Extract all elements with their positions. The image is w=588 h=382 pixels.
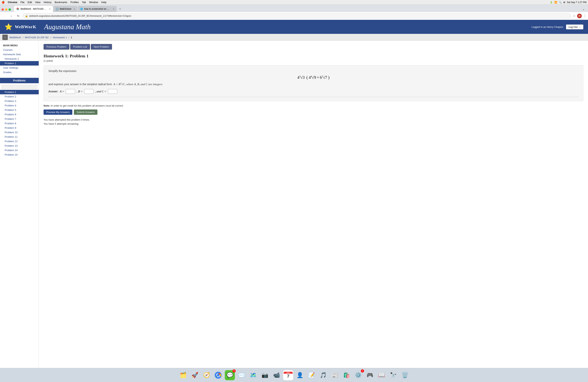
dock-steam[interactable]: 🎮 <box>365 370 375 380</box>
sidebar-problem-13[interactable]: Problem 13 <box>0 144 39 148</box>
dock-news[interactable]: 📰 <box>330 370 340 380</box>
dock-finder[interactable]: 🗂️ <box>178 370 188 380</box>
forward-button[interactable]: › <box>9 13 14 19</box>
refresh-button[interactable]: ↻ <box>16 13 21 19</box>
breadcrumb-bar: ‹ WeBWorK / MATH160 24-25F BC / Homework… <box>0 34 588 41</box>
sidebar-problem-3[interactable]: Problem 3 <box>0 99 39 103</box>
dock-launchpad[interactable]: 🚀 <box>190 370 200 380</box>
next-problem-button[interactable]: Next Problem <box>91 44 112 50</box>
sidebar-problem-10[interactable]: Problem 10 <box>0 130 39 135</box>
tabs-overflow-button[interactable]: ⌄ <box>580 7 587 11</box>
tab-close-mathsolver[interactable]: ✕ <box>74 8 75 10</box>
breadcrumb-webwork[interactable]: WeBWorK <box>9 36 21 39</box>
sidebar-problem-14[interactable]: Problem 14 <box>0 148 39 152</box>
problems-search[interactable] <box>1 85 37 89</box>
dock-chrome[interactable] <box>213 370 223 380</box>
tab-menu[interactable]: Tab <box>82 1 86 4</box>
b-input[interactable] <box>84 89 94 94</box>
history-menu[interactable]: History <box>43 1 51 4</box>
tab-mathsolver[interactable]: 🔢 MathSolver ✕ <box>53 6 77 12</box>
more-options-icon[interactable]: ⋮ <box>583 14 587 18</box>
tab-webwork[interactable]: 📚 WeBWorK : MATH160 24-25F... ✕ <box>14 6 53 12</box>
traffic-lights <box>0 7 12 11</box>
close-button[interactable] <box>1 8 4 11</box>
breadcrumb-course[interactable]: MATH160 24-25F BC <box>25 36 49 39</box>
c-input[interactable] <box>108 89 117 94</box>
file-menu[interactable]: File <box>21 1 24 4</box>
dock-photos[interactable]: 📷 <box>260 370 270 380</box>
problem-list-button[interactable]: Problem List <box>70 44 90 50</box>
submit-button[interactable]: Submit Answers <box>74 109 97 115</box>
sidebar-item-homework1[interactable]: Homework 1 <box>0 57 39 61</box>
sidebar-item-grades[interactable]: Grades <box>0 70 39 74</box>
dock-facetime[interactable]: 📹 <box>272 370 282 380</box>
sidebar-problem-1[interactable]: Problem 1 <box>0 90 39 94</box>
sidebar-problem-8[interactable]: Problem 8 <box>0 121 39 126</box>
a-label: A = <box>60 90 64 93</box>
maximize-button[interactable] <box>9 8 11 11</box>
preview-button[interactable]: Preview My Answers <box>43 109 72 115</box>
profiles-menu[interactable]: Profiles <box>70 1 79 4</box>
math-expression: 43√3 ( 44√9 + 63√7 ) <box>48 75 578 80</box>
control-center-icon[interactable]: ⊞ <box>563 1 565 4</box>
note-text: Note: In order to get credit for this pr… <box>43 104 583 107</box>
dock-music[interactable]: 🎵 <box>318 370 328 380</box>
sidebar-problem-5[interactable]: Problem 5 <box>0 108 39 112</box>
sidebar-item-courses[interactable]: Courses <box>0 48 39 52</box>
dock-dictionary[interactable]: 📖 <box>377 370 387 380</box>
dock-datamirror[interactable]: 🔭 <box>388 370 398 380</box>
sidebar-problem-12[interactable]: Problem 12 <box>0 139 39 144</box>
dock-maps[interactable]: 🗺️ <box>248 370 258 380</box>
tab-close-webwork[interactable]: ✕ <box>49 8 51 10</box>
window-menu[interactable]: Window <box>89 1 98 4</box>
dock-systemprefs[interactable]: ⚙️ 1 <box>353 370 363 380</box>
sidebar-problem-9[interactable]: Problem 9 <box>0 126 39 130</box>
dock-calendar[interactable]: SEP 7 <box>283 370 293 380</box>
sidebar-problem-15[interactable]: Problem 15 <box>0 152 39 157</box>
logout-button[interactable]: Log Out → <box>566 24 583 29</box>
sidebar-problem-11[interactable]: Problem 11 <box>0 135 39 139</box>
user-avatar[interactable]: H <box>577 14 582 18</box>
dock-safari[interactable]: 🧭 <box>201 370 211 380</box>
address-bar[interactable]: 🔒 webwork.augustana.edu/webwork2/MATH160… <box>22 13 571 19</box>
dock-contacts[interactable]: 👤 <box>295 370 305 380</box>
chrome-menu[interactable]: Chrome <box>8 1 17 4</box>
edit-menu[interactable]: Edit <box>28 1 32 4</box>
sidebar-item-homework-sets[interactable]: Homework Sets <box>0 52 39 57</box>
back-nav-button[interactable]: ‹ <box>2 35 8 40</box>
site-logo: ⭐ WeBWorK <box>5 23 36 31</box>
sidebar-problem-4[interactable]: Problem 4 <box>0 103 39 108</box>
logo-text: WeBWorK <box>15 24 36 29</box>
address-bar-row: ‹ › ↻ 🔒 webwork.augustana.edu/webwork2/M… <box>0 12 588 20</box>
sidebar-problem-7[interactable]: Problem 7 <box>0 117 39 121</box>
dock-trash[interactable]: 🗑️ <box>400 370 410 380</box>
search-icon[interactable]: 🔍 <box>559 1 562 4</box>
c-label: , and C = <box>95 90 106 93</box>
help-menu[interactable]: Help <box>101 1 106 4</box>
dock-notes[interactable]: 📝 <box>306 370 316 380</box>
lock-icon: 🔒 <box>25 15 28 17</box>
bookmark-icon[interactable]: ☆ <box>573 14 576 18</box>
new-tab-button[interactable]: + <box>117 6 123 12</box>
tab-google[interactable]: 🌐 how to screenshot on mac -... ✕ <box>78 6 117 12</box>
sidebar-problem-6[interactable]: Problem 6 <box>0 112 39 117</box>
tab-close-google[interactable]: ✕ <box>113 8 114 10</box>
sidebar-problem-2[interactable]: Problem 2 <box>0 94 39 99</box>
sidebar-item-problem1[interactable]: Problem 1 <box>0 61 39 65</box>
previous-problem-button[interactable]: Previous Problem <box>43 44 69 50</box>
dock-appstore[interactable]: 🛍️ <box>341 370 352 380</box>
bookmarks-menu[interactable]: Bookmarks <box>55 1 67 4</box>
apple-menu[interactable]: 🍎 <box>1 1 5 4</box>
dock-messages[interactable]: 💬 8 <box>225 370 235 380</box>
back-button[interactable]: ‹ <box>1 13 7 19</box>
header-right: Logged in as Henry Chapon. Log Out → <box>532 24 583 29</box>
dock: 🗂️ 🚀 🧭 💬 8 ✉️ 🗺️ 📷 📹 SEP 7 👤 📝 🎵 📰 🛍️ ⚙️… <box>0 368 588 382</box>
sidebar-item-user-settings[interactable]: User Settings <box>0 65 39 70</box>
view-menu[interactable]: View <box>35 1 41 4</box>
dock-mail[interactable]: ✉️ <box>236 370 247 380</box>
url-text: webwork.augustana.edu/webwork2/MATH160_2… <box>29 15 131 17</box>
answer-row: Answer: A = , B = , and C = <box>48 89 578 94</box>
a-input[interactable] <box>66 89 75 94</box>
minimize-button[interactable] <box>5 8 7 11</box>
breadcrumb-homework[interactable]: Homework 1 <box>53 36 67 39</box>
